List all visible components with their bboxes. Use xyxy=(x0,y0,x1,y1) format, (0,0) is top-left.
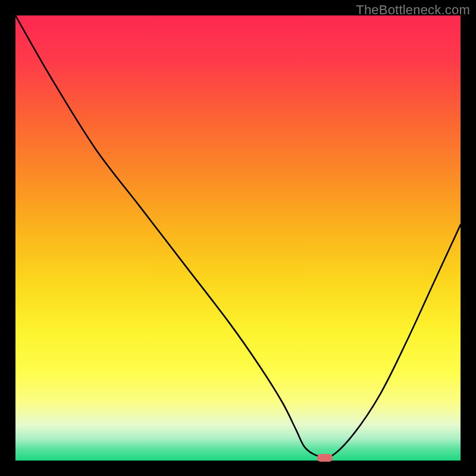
chart-container: TheBottleneck.com xyxy=(0,0,476,476)
watermark-text: TheBottleneck.com xyxy=(356,2,470,18)
plot-area xyxy=(15,15,461,461)
svg-rect-0 xyxy=(15,15,461,461)
bottleneck-marker xyxy=(317,454,333,462)
gradient-background xyxy=(15,15,461,461)
